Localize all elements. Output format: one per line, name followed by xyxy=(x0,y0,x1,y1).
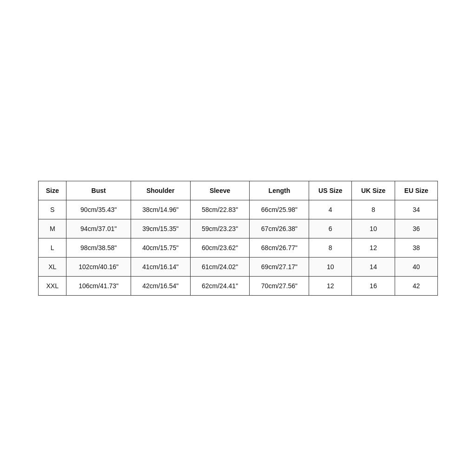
cell-sleeve: 61cm/24.02" xyxy=(190,257,250,276)
cell-length: 67cm/26.38" xyxy=(250,219,309,238)
cell-eu-size: 42 xyxy=(395,276,438,295)
cell-us-size: 8 xyxy=(309,238,352,257)
cell-eu-size: 36 xyxy=(395,219,438,238)
cell-bust: 90cm/35.43" xyxy=(66,200,131,219)
cell-bust: 106cm/41.73" xyxy=(66,276,131,295)
header-size: Size xyxy=(39,181,66,200)
cell-eu-size: 38 xyxy=(395,238,438,257)
cell-size: S xyxy=(39,200,66,219)
cell-sleeve: 60cm/23.62" xyxy=(190,238,250,257)
cell-us-size: 4 xyxy=(309,200,352,219)
cell-sleeve: 62cm/24.41" xyxy=(190,276,250,295)
cell-us-size: 12 xyxy=(309,276,352,295)
table-row: M94cm/37.01"39cm/15.35"59cm/23.23"67cm/2… xyxy=(39,219,438,238)
header-uk-size: UK Size xyxy=(352,181,395,200)
cell-bust: 98cm/38.58" xyxy=(66,238,131,257)
cell-length: 68cm/26.77" xyxy=(250,238,309,257)
cell-uk-size: 16 xyxy=(352,276,395,295)
cell-shoulder: 38cm/14.96" xyxy=(131,200,190,219)
header-length: Length xyxy=(250,181,309,200)
size-chart-container: Size Bust Shoulder Sleeve Length US Size… xyxy=(38,181,438,296)
cell-size: XXL xyxy=(39,276,66,295)
cell-size: M xyxy=(39,219,66,238)
cell-shoulder: 41cm/16.14" xyxy=(131,257,190,276)
table-header-row: Size Bust Shoulder Sleeve Length US Size… xyxy=(39,181,438,200)
cell-shoulder: 40cm/15.75" xyxy=(131,238,190,257)
cell-bust: 94cm/37.01" xyxy=(66,219,131,238)
table-row: XL102cm/40.16"41cm/16.14"61cm/24.02"69cm… xyxy=(39,257,438,276)
cell-eu-size: 34 xyxy=(395,200,438,219)
header-shoulder: Shoulder xyxy=(131,181,190,200)
header-eu-size: EU Size xyxy=(395,181,438,200)
cell-shoulder: 42cm/16.54" xyxy=(131,276,190,295)
cell-length: 69cm/27.17" xyxy=(250,257,309,276)
cell-uk-size: 12 xyxy=(352,238,395,257)
cell-us-size: 6 xyxy=(309,219,352,238)
cell-sleeve: 59cm/23.23" xyxy=(190,219,250,238)
cell-sleeve: 58cm/22.83" xyxy=(190,200,250,219)
header-bust: Bust xyxy=(66,181,131,200)
table-row: XXL106cm/41.73"42cm/16.54"62cm/24.41"70c… xyxy=(39,276,438,295)
cell-length: 70cm/27.56" xyxy=(250,276,309,295)
cell-eu-size: 40 xyxy=(395,257,438,276)
cell-bust: 102cm/40.16" xyxy=(66,257,131,276)
cell-size: XL xyxy=(39,257,66,276)
cell-uk-size: 14 xyxy=(352,257,395,276)
cell-shoulder: 39cm/15.35" xyxy=(131,219,190,238)
header-sleeve: Sleeve xyxy=(190,181,250,200)
cell-size: L xyxy=(39,238,66,257)
cell-uk-size: 10 xyxy=(352,219,395,238)
table-row: L98cm/38.58"40cm/15.75"60cm/23.62"68cm/2… xyxy=(39,238,438,257)
cell-us-size: 10 xyxy=(309,257,352,276)
cell-length: 66cm/25.98" xyxy=(250,200,309,219)
size-chart-table: Size Bust Shoulder Sleeve Length US Size… xyxy=(38,181,438,296)
cell-uk-size: 8 xyxy=(352,200,395,219)
header-us-size: US Size xyxy=(309,181,352,200)
table-row: S90cm/35.43"38cm/14.96"58cm/22.83"66cm/2… xyxy=(39,200,438,219)
